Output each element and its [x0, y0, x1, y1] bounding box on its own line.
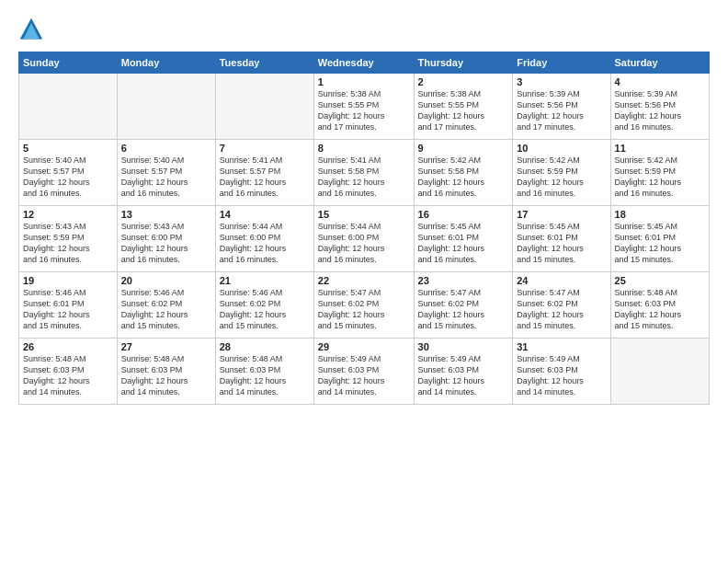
- calendar-cell: 29Sunrise: 5:49 AM Sunset: 6:03 PM Dayli…: [313, 339, 414, 405]
- logo-icon: [18, 17, 44, 42]
- calendar-cell: [215, 74, 313, 140]
- calendar-cell: 15Sunrise: 5:44 AM Sunset: 6:00 PM Dayli…: [313, 206, 414, 272]
- calendar-cell: 7Sunrise: 5:41 AM Sunset: 5:57 PM Daylig…: [215, 140, 313, 206]
- calendar-cell: 17Sunrise: 5:45 AM Sunset: 6:01 PM Dayli…: [513, 206, 610, 272]
- calendar-cell: 27Sunrise: 5:48 AM Sunset: 6:03 PM Dayli…: [117, 339, 215, 405]
- day-number: 16: [418, 209, 509, 220]
- calendar-cell: 25Sunrise: 5:48 AM Sunset: 6:03 PM Dayli…: [610, 272, 709, 339]
- weekday-header: Monday: [117, 52, 215, 74]
- day-info: Sunrise: 5:49 AM Sunset: 6:03 PM Dayligh…: [418, 353, 509, 398]
- day-number: 14: [220, 209, 310, 220]
- day-number: 7: [220, 143, 310, 154]
- day-number: 29: [318, 341, 410, 352]
- weekday-header: Wednesday: [313, 52, 414, 74]
- day-info: Sunrise: 5:44 AM Sunset: 6:00 PM Dayligh…: [318, 221, 410, 266]
- calendar-cell: [117, 74, 215, 140]
- day-number: 6: [121, 143, 211, 154]
- day-number: 17: [517, 209, 606, 220]
- calendar-cell: 8Sunrise: 5:41 AM Sunset: 5:58 PM Daylig…: [313, 140, 414, 206]
- calendar-cell: 26Sunrise: 5:48 AM Sunset: 6:03 PM Dayli…: [19, 339, 118, 405]
- day-number: 27: [121, 341, 211, 352]
- calendar-cell: 10Sunrise: 5:42 AM Sunset: 5:59 PM Dayli…: [513, 140, 610, 206]
- day-number: 21: [220, 275, 310, 286]
- day-number: 3: [517, 76, 606, 87]
- day-info: Sunrise: 5:41 AM Sunset: 5:57 PM Dayligh…: [220, 155, 310, 200]
- day-number: 25: [615, 275, 705, 286]
- day-info: Sunrise: 5:48 AM Sunset: 6:03 PM Dayligh…: [615, 287, 705, 332]
- week-row: 19Sunrise: 5:46 AM Sunset: 6:01 PM Dayli…: [19, 272, 710, 339]
- calendar-cell: 11Sunrise: 5:42 AM Sunset: 5:59 PM Dayli…: [610, 140, 709, 206]
- weekday-header: Tuesday: [215, 52, 313, 74]
- calendar-cell: 12Sunrise: 5:43 AM Sunset: 5:59 PM Dayli…: [19, 206, 118, 272]
- day-number: 11: [615, 143, 705, 154]
- day-number: 9: [418, 143, 509, 154]
- day-info: Sunrise: 5:43 AM Sunset: 5:59 PM Dayligh…: [23, 221, 113, 266]
- day-info: Sunrise: 5:41 AM Sunset: 5:58 PM Dayligh…: [318, 155, 410, 200]
- day-number: 23: [418, 275, 509, 286]
- calendar-cell: 18Sunrise: 5:45 AM Sunset: 6:01 PM Dayli…: [610, 206, 709, 272]
- day-number: 1: [318, 76, 410, 87]
- weekday-header: Thursday: [414, 52, 513, 74]
- day-number: 12: [23, 209, 113, 220]
- day-number: 24: [517, 275, 606, 286]
- calendar-cell: 19Sunrise: 5:46 AM Sunset: 6:01 PM Dayli…: [19, 272, 118, 339]
- day-info: Sunrise: 5:44 AM Sunset: 6:00 PM Dayligh…: [220, 221, 310, 266]
- calendar-cell: [610, 339, 709, 405]
- day-number: 20: [121, 275, 211, 286]
- day-info: Sunrise: 5:47 AM Sunset: 6:02 PM Dayligh…: [418, 287, 509, 332]
- day-info: Sunrise: 5:46 AM Sunset: 6:02 PM Dayligh…: [121, 287, 211, 332]
- day-info: Sunrise: 5:42 AM Sunset: 5:59 PM Dayligh…: [517, 155, 606, 200]
- day-number: 4: [615, 76, 705, 87]
- day-info: Sunrise: 5:45 AM Sunset: 6:01 PM Dayligh…: [418, 221, 509, 266]
- day-number: 18: [615, 209, 705, 220]
- day-number: 28: [220, 341, 310, 352]
- calendar-cell: 13Sunrise: 5:43 AM Sunset: 6:00 PM Dayli…: [117, 206, 215, 272]
- day-info: Sunrise: 5:48 AM Sunset: 6:03 PM Dayligh…: [23, 353, 113, 398]
- day-number: 10: [517, 143, 606, 154]
- calendar-cell: 31Sunrise: 5:49 AM Sunset: 6:03 PM Dayli…: [513, 339, 610, 405]
- day-info: Sunrise: 5:39 AM Sunset: 5:56 PM Dayligh…: [517, 88, 606, 133]
- calendar-cell: 22Sunrise: 5:47 AM Sunset: 6:02 PM Dayli…: [313, 272, 414, 339]
- day-number: 8: [318, 143, 410, 154]
- day-info: Sunrise: 5:39 AM Sunset: 5:56 PM Dayligh…: [615, 88, 705, 133]
- day-info: Sunrise: 5:38 AM Sunset: 5:55 PM Dayligh…: [418, 88, 509, 133]
- weekday-header: Sunday: [19, 52, 118, 74]
- weekday-header: Saturday: [610, 52, 709, 74]
- calendar: SundayMondayTuesdayWednesdayThursdayFrid…: [18, 52, 710, 405]
- day-number: 5: [23, 143, 113, 154]
- day-info: Sunrise: 5:47 AM Sunset: 6:02 PM Dayligh…: [318, 287, 410, 332]
- calendar-cell: 30Sunrise: 5:49 AM Sunset: 6:03 PM Dayli…: [414, 339, 513, 405]
- day-info: Sunrise: 5:47 AM Sunset: 6:02 PM Dayligh…: [517, 287, 606, 332]
- header: [18, 17, 710, 42]
- calendar-cell: 28Sunrise: 5:48 AM Sunset: 6:03 PM Dayli…: [215, 339, 313, 405]
- day-info: Sunrise: 5:46 AM Sunset: 6:02 PM Dayligh…: [220, 287, 310, 332]
- weekday-header: Friday: [513, 52, 610, 74]
- day-number: 2: [418, 76, 509, 87]
- calendar-cell: 16Sunrise: 5:45 AM Sunset: 6:01 PM Dayli…: [414, 206, 513, 272]
- day-info: Sunrise: 5:48 AM Sunset: 6:03 PM Dayligh…: [220, 353, 310, 398]
- calendar-cell: 14Sunrise: 5:44 AM Sunset: 6:00 PM Dayli…: [215, 206, 313, 272]
- day-info: Sunrise: 5:46 AM Sunset: 6:01 PM Dayligh…: [23, 287, 113, 332]
- calendar-cell: 4Sunrise: 5:39 AM Sunset: 5:56 PM Daylig…: [610, 74, 709, 140]
- day-info: Sunrise: 5:42 AM Sunset: 5:58 PM Dayligh…: [418, 155, 509, 200]
- day-number: 19: [23, 275, 113, 286]
- calendar-cell: 6Sunrise: 5:40 AM Sunset: 5:57 PM Daylig…: [117, 140, 215, 206]
- day-info: Sunrise: 5:43 AM Sunset: 6:00 PM Dayligh…: [121, 221, 211, 266]
- day-info: Sunrise: 5:38 AM Sunset: 5:55 PM Dayligh…: [318, 88, 410, 133]
- calendar-cell: 2Sunrise: 5:38 AM Sunset: 5:55 PM Daylig…: [414, 74, 513, 140]
- day-number: 15: [318, 209, 410, 220]
- page: SundayMondayTuesdayWednesdayThursdayFrid…: [0, 0, 728, 563]
- day-info: Sunrise: 5:40 AM Sunset: 5:57 PM Dayligh…: [121, 155, 211, 200]
- day-number: 13: [121, 209, 211, 220]
- day-info: Sunrise: 5:42 AM Sunset: 5:59 PM Dayligh…: [615, 155, 705, 200]
- calendar-cell: 1Sunrise: 5:38 AM Sunset: 5:55 PM Daylig…: [313, 74, 414, 140]
- day-number: 26: [23, 341, 113, 352]
- calendar-cell: 9Sunrise: 5:42 AM Sunset: 5:58 PM Daylig…: [414, 140, 513, 206]
- calendar-cell: 24Sunrise: 5:47 AM Sunset: 6:02 PM Dayli…: [513, 272, 610, 339]
- day-info: Sunrise: 5:48 AM Sunset: 6:03 PM Dayligh…: [121, 353, 211, 398]
- week-row: 12Sunrise: 5:43 AM Sunset: 5:59 PM Dayli…: [19, 206, 710, 272]
- day-info: Sunrise: 5:49 AM Sunset: 6:03 PM Dayligh…: [318, 353, 410, 398]
- week-row: 5Sunrise: 5:40 AM Sunset: 5:57 PM Daylig…: [19, 140, 710, 206]
- calendar-cell: 21Sunrise: 5:46 AM Sunset: 6:02 PM Dayli…: [215, 272, 313, 339]
- weekday-header-row: SundayMondayTuesdayWednesdayThursdayFrid…: [19, 52, 710, 74]
